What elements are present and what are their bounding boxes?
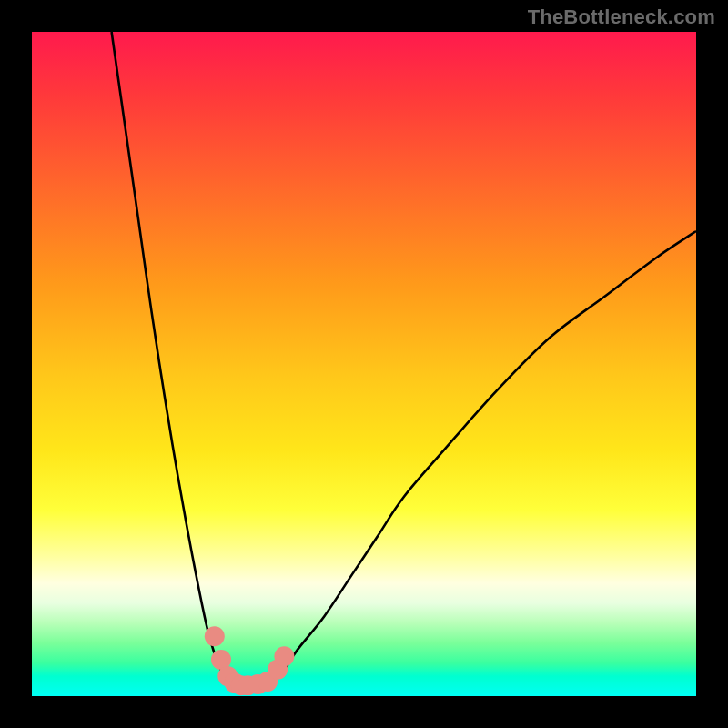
line-left-branch	[112, 32, 231, 682]
watermark-text: TheBottleneck.com	[528, 5, 715, 29]
plot-area	[32, 32, 696, 696]
highlight-markers	[205, 626, 295, 695]
marker-point	[205, 626, 225, 646]
chart-frame: TheBottleneck.com	[0, 0, 728, 728]
series-left-branch	[112, 32, 231, 682]
curve-layer	[32, 32, 696, 696]
series-right-branch	[271, 231, 696, 682]
marker-point	[274, 646, 294, 666]
line-right-branch	[271, 231, 696, 682]
